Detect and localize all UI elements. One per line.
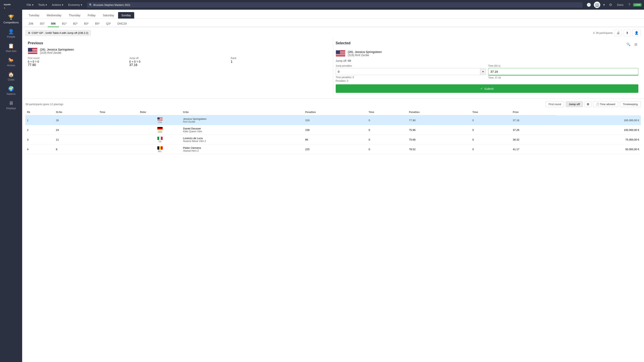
nav-actions[interactable]: Actions ▾: [50, 2, 65, 8]
sidebar-item-competitions[interactable]: 🏆 Competitions: [0, 12, 22, 26]
help-icon[interactable]: ?: [627, 2, 632, 8]
submit-button[interactable]: ✓ Submit: [336, 84, 638, 93]
table-row[interactable]: 1 26 USA Jessica Springsteen Rmf Zecilie…: [26, 115, 641, 125]
clock-icon: 🕐: [596, 103, 599, 106]
cell-st-no: 11: [54, 135, 98, 145]
columns-btn[interactable]: ⊞: [584, 101, 592, 107]
tab-sunday[interactable]: Sunday: [118, 12, 134, 18]
first-round-btn[interactable]: First round: [546, 101, 564, 107]
cell-time: [98, 145, 138, 154]
penalties-form-row: Jump penalties ▾ Time penalties: 0 Penal…: [336, 64, 638, 82]
comp-tab-b3[interactable]: B3*: [81, 20, 92, 27]
time-label: Time (50 s): [488, 64, 638, 67]
cell-penalties2: 0: [471, 135, 511, 145]
cell-penalties1: 0: [367, 135, 408, 145]
upload-button[interactable]: ⬆: [624, 29, 631, 36]
flag-icon: [157, 146, 163, 150]
nav-file[interactable]: File ▾: [24, 2, 36, 8]
search-bar[interactable]: 🔍 Brussels Stephex Masters 2021: [87, 2, 583, 8]
cell-time2: 37.26: [511, 125, 556, 135]
sidebar-item-displays[interactable]: 🖥 Displays: [0, 98, 22, 112]
comp-tab-206[interactable]: 206: [26, 20, 36, 27]
time-display: Time: 37.16: [488, 76, 638, 79]
sidebar-item-label: Nations: [7, 92, 16, 95]
sidebar: EQUIPE 🐎 🏆 Competitions 👤 People 📋 Start…: [0, 0, 22, 362]
cell-h-no: 86: [304, 135, 367, 145]
comp-tab-506[interactable]: 506: [48, 20, 59, 27]
sidebar-item-people[interactable]: 👤 People: [0, 26, 22, 41]
sidebar-item-start-lists[interactable]: 📋 Start lists: [0, 41, 22, 55]
jump-off-label: Jump off: [129, 57, 229, 60]
cell-st-no: 24: [54, 125, 98, 135]
tab-tuesday[interactable]: Tuesday: [26, 12, 42, 18]
comp-tab-307[interactable]: 307: [36, 20, 48, 27]
previous-rider-name: (26). Jessica Springsteen: [40, 48, 74, 51]
nations-icon: 🌍: [8, 86, 14, 92]
time-input[interactable]: [488, 68, 638, 75]
tab-thursday[interactable]: Thursday: [66, 12, 84, 18]
table-row[interactable]: 4 6 BEL Pieter Clemens Akarad Hero Z 225…: [26, 145, 641, 154]
cell-prize: 50.000,00 €: [556, 145, 641, 154]
cell-time1: 77.90: [408, 115, 471, 125]
comp-badge-label: CSI5* GP - 1m60 Table A with Jump off (2…: [32, 31, 88, 34]
person-button[interactable]: 👤: [632, 29, 641, 36]
submit-label: Submit: [484, 87, 494, 90]
collapse-icon[interactable]: ⊟: [633, 42, 638, 47]
time-input-wrapper: [488, 68, 638, 75]
selected-horse-name: (319) Rmf Zecilie: [348, 53, 382, 57]
svg-rect-0: [3, 2, 19, 10]
main-area: File ▾ Tools ▾ Actions ▾ Economy ▾ 🔍 Bru…: [22, 0, 644, 362]
header-actions: ℹ 39 participants 🖨 ⬆ 👤: [594, 29, 641, 36]
cell-time: [98, 135, 138, 145]
nav-tools[interactable]: Tools ▾: [36, 2, 49, 8]
time-allowed-btn[interactable]: 🕐 Time allowed: [593, 101, 618, 107]
jump-off-value: 0 + 0 = 0: [129, 60, 229, 63]
comp-tab-dnc29[interactable]: DNC29: [114, 20, 130, 27]
sidebar-item-horses[interactable]: 🐎 Horses: [0, 55, 22, 69]
cell-h-no: 319: [304, 115, 367, 125]
country-code: ITA: [158, 141, 162, 143]
tab-friday[interactable]: Friday: [84, 12, 99, 18]
table-row[interactable]: 2 24 GER Daniel Deusser Killer Queen Vdm…: [26, 125, 641, 135]
cell-rider-name: Daniel Deusser Killer Queen Vdm: [182, 125, 304, 135]
cell-rider-name: Jessica Springsteen Rmf Zecilie: [182, 115, 304, 125]
day-tabs: Tuesday Wednesday Thursday Friday Saturd…: [22, 10, 644, 19]
comp-tab-q3[interactable]: Q3*: [103, 20, 114, 27]
jump-penalties-input-wrapper: ▾: [336, 68, 486, 75]
comp-tab-b1[interactable]: B1*: [59, 20, 70, 27]
previous-horse-name: (319) Rmf Zecilie: [40, 51, 74, 54]
equipe-logo: EQUIPE 🐎: [3, 2, 19, 10]
col-rk: Rk: [26, 109, 54, 115]
nav-economy[interactable]: Economy ▾: [66, 2, 84, 8]
displays-icon: 🖥: [9, 100, 14, 106]
table-row[interactable]: 3 11 ITA Lorenzo de Luca Nuance Bleue Vd…: [26, 135, 641, 145]
comp-tab-b5[interactable]: B5*: [92, 20, 103, 27]
svg-text:EQUIPE: EQUIPE: [4, 4, 11, 6]
avatar[interactable]: 🏢: [594, 1, 600, 8]
cell-rank: 2: [26, 125, 54, 135]
history-icon[interactable]: 🕐: [585, 2, 592, 8]
results-table: Rk St.No Time Rider H.No Penalties Time …: [26, 109, 641, 154]
cell-rank: 3: [26, 135, 54, 145]
clubs-icon: 🏠: [8, 72, 14, 77]
search-selected-icon[interactable]: 🔍: [625, 42, 632, 47]
jump-penalties-input[interactable]: [336, 68, 480, 75]
timekeeping-btn[interactable]: Timekeeping: [620, 101, 641, 107]
settings-icon[interactable]: ⚙: [608, 2, 613, 8]
comp-tab-b2[interactable]: B2*: [70, 20, 81, 27]
comp-badge[interactable]: ⚙ CSI5* GP - 1m60 Table A with Jump off …: [26, 30, 91, 36]
jump-off-btn[interactable]: Jump off: [566, 101, 583, 107]
tab-saturday[interactable]: Saturday: [100, 12, 117, 18]
cell-rank: 1: [26, 115, 54, 125]
rank-value: 1: [231, 60, 331, 64]
sidebar-item-label: People: [7, 35, 15, 38]
sidebar-item-clubs[interactable]: 🏠 Clubs: [0, 69, 22, 83]
tab-wednesday[interactable]: Wednesday: [43, 12, 65, 18]
sidebar-item-nations[interactable]: 🌍 Nations: [0, 83, 22, 98]
print-button[interactable]: 🖨: [614, 30, 622, 36]
flag-icon: [157, 136, 163, 140]
chevron-down-icon[interactable]: ▾: [602, 2, 606, 8]
col-st-no: St.No: [54, 109, 98, 115]
penalties-dropdown-btn[interactable]: ▾: [480, 68, 486, 75]
nav-docs[interactable]: Docs: [615, 2, 626, 8]
